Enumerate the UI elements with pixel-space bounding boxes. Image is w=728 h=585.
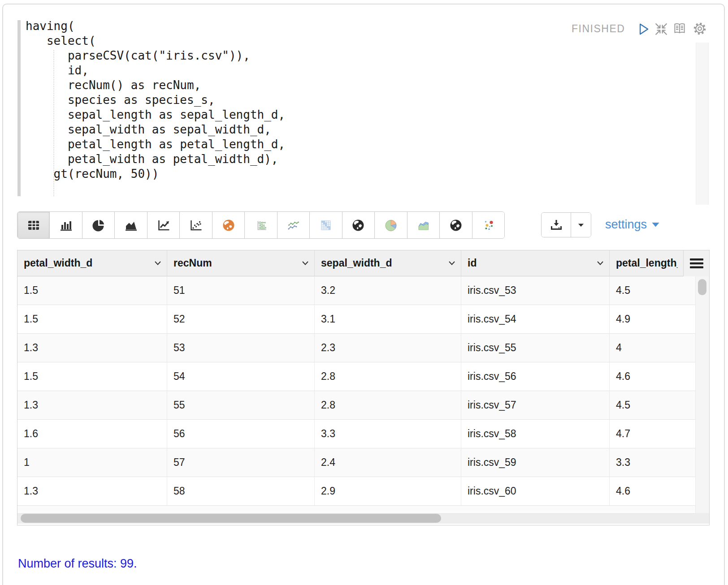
cell: 3.1 xyxy=(315,305,461,333)
cell: 3.3 xyxy=(315,420,461,448)
table-row: 1.5 54 2.8 iris.csv_56 4.6 xyxy=(17,362,695,391)
table-row: 1.6 56 3.3 iris.csv_58 4.7 xyxy=(17,420,695,448)
download-icon xyxy=(550,218,563,232)
multi-line-chart-icon xyxy=(286,219,300,232)
table-body: 1.5 51 3.2 iris.csv_53 4.5 1.5 52 3.1 ir… xyxy=(17,276,695,512)
chevron-down-icon[interactable] xyxy=(302,261,309,266)
chart-type-matrix-button[interactable] xyxy=(309,212,342,238)
chart-type-pie-button[interactable] xyxy=(82,212,114,238)
code-line: sepal_width as sepal_width_d, xyxy=(26,122,285,137)
results-table: petal_width_d recNum sepal_width_d id pe… xyxy=(17,250,710,525)
chart-type-toolbar xyxy=(17,211,505,239)
paragraph-status: FINISHED xyxy=(572,23,625,35)
area-chart-icon xyxy=(124,219,138,232)
column-label: petal_width_d xyxy=(24,257,154,269)
cell: 1.3 xyxy=(17,477,167,505)
chevron-down-icon[interactable] xyxy=(448,261,455,266)
globe-dark-icon xyxy=(449,219,463,232)
chart-type-line-button[interactable] xyxy=(147,212,179,238)
cell: 2.8 xyxy=(315,362,461,391)
code-editor[interactable]: having( select( parseCSV(cat("iris.csv")… xyxy=(26,19,285,181)
download-button[interactable] xyxy=(542,213,571,237)
cell: 3.2 xyxy=(315,276,461,305)
cell: iris.csv_60 xyxy=(461,477,610,505)
cell: iris.csv_55 xyxy=(461,334,610,362)
cell: 4.7 xyxy=(610,420,695,448)
column-header-recnum[interactable]: recNum xyxy=(167,250,315,276)
chart-type-multiline-button[interactable] xyxy=(277,212,309,238)
table-menu-button[interactable] xyxy=(683,250,709,277)
globe-dark-icon xyxy=(351,219,365,232)
run-play-icon[interactable] xyxy=(636,22,650,36)
cell: 4 xyxy=(610,334,695,362)
editor-scrollbar[interactable] xyxy=(696,43,709,205)
chart-type-globe1-button[interactable] xyxy=(342,212,374,238)
chart-type-table-button[interactable] xyxy=(17,212,49,238)
chart-type-globe2-button[interactable] xyxy=(439,212,472,238)
gear-icon[interactable] xyxy=(693,22,707,36)
cell: 4.6 xyxy=(610,362,695,391)
cell: iris.csv_53 xyxy=(461,276,610,305)
cell: 4.5 xyxy=(610,276,695,305)
column-header-id[interactable]: id xyxy=(461,250,610,276)
download-button-group xyxy=(541,212,591,237)
chart-type-scatter-color-button[interactable] xyxy=(472,212,504,238)
cell: 1.6 xyxy=(17,420,167,448)
cell: 53 xyxy=(167,334,315,362)
chart-type-pie-color-button[interactable] xyxy=(374,212,407,238)
chevron-down-icon[interactable] xyxy=(154,261,161,266)
cell: 1.3 xyxy=(17,391,167,419)
table-row: 1 57 2.4 iris.csv_59 3.3 xyxy=(17,448,695,477)
cell: 1 xyxy=(17,448,167,477)
cell: 57 xyxy=(167,448,315,477)
chart-type-scatter-button[interactable] xyxy=(179,212,212,238)
cell: 51 xyxy=(167,276,315,305)
bubble-chart-icon xyxy=(254,219,268,232)
book-icon[interactable] xyxy=(672,22,687,36)
chevron-down-icon[interactable] xyxy=(597,261,604,266)
cell: 1.5 xyxy=(17,305,167,333)
cell: 1.5 xyxy=(17,276,167,305)
pie-chart-color-icon xyxy=(384,219,398,232)
hamburger-menu-icon xyxy=(689,258,704,269)
table-row: 1.3 58 2.9 iris.csv_60 4.6 xyxy=(17,477,695,506)
code-line: having( xyxy=(26,19,285,34)
code-line: gt(recNum, 50)) xyxy=(26,167,285,181)
code-line: recNum() as recNum, xyxy=(26,78,285,93)
cell: 2.4 xyxy=(315,448,461,477)
cell: 4.9 xyxy=(610,305,695,333)
chart-type-bubble-button[interactable] xyxy=(244,212,277,238)
code-line: petal_length as petal_length_d, xyxy=(26,137,285,152)
matrix-chart-icon xyxy=(319,219,333,232)
cell: 4.6 xyxy=(610,477,695,505)
cell: 4.5 xyxy=(610,391,695,419)
table-vertical-scrollbar-thumb[interactable] xyxy=(698,279,706,295)
code-line: parseCSV(cat("iris.csv")), xyxy=(26,48,285,63)
download-options-caret[interactable] xyxy=(571,213,591,237)
column-header-sepal-width[interactable]: sepal_width_d xyxy=(315,250,461,276)
settings-toggle[interactable]: settings xyxy=(605,218,660,232)
chart-type-bar-button[interactable] xyxy=(49,212,82,238)
scatter-chart-icon xyxy=(189,219,203,232)
table-row: 1.3 55 2.8 iris.csv_57 4.5 xyxy=(17,391,695,420)
code-line: species as species_s, xyxy=(26,93,285,108)
chart-type-map-orange-button[interactable] xyxy=(212,212,244,238)
code-line: id, xyxy=(26,63,285,78)
cell: iris.csv_54 xyxy=(461,305,610,333)
column-header-petal-width[interactable]: petal_width_d xyxy=(17,250,167,276)
chart-type-area-button[interactable] xyxy=(114,212,147,238)
column-header-petal-length[interactable]: petal_length_d xyxy=(610,250,683,276)
cell: 58 xyxy=(167,477,315,505)
table-vertical-scrollbar[interactable] xyxy=(695,276,709,513)
settings-label: settings xyxy=(605,218,647,232)
column-label: recNum xyxy=(173,257,302,269)
caret-down-icon xyxy=(577,222,585,228)
area-chart-color-icon xyxy=(416,219,430,232)
cell: 1.3 xyxy=(17,334,167,362)
chart-type-area-color-button[interactable] xyxy=(407,212,439,238)
compress-icon[interactable] xyxy=(654,22,668,36)
cell: iris.csv_58 xyxy=(461,420,610,448)
table-horizontal-scrollbar-thumb[interactable] xyxy=(21,514,441,523)
table-row: 1.3 53 2.3 iris.csv_55 4 xyxy=(17,334,695,362)
notebook-paragraph: having( select( parseCSV(cat("iris.csv")… xyxy=(0,0,728,585)
